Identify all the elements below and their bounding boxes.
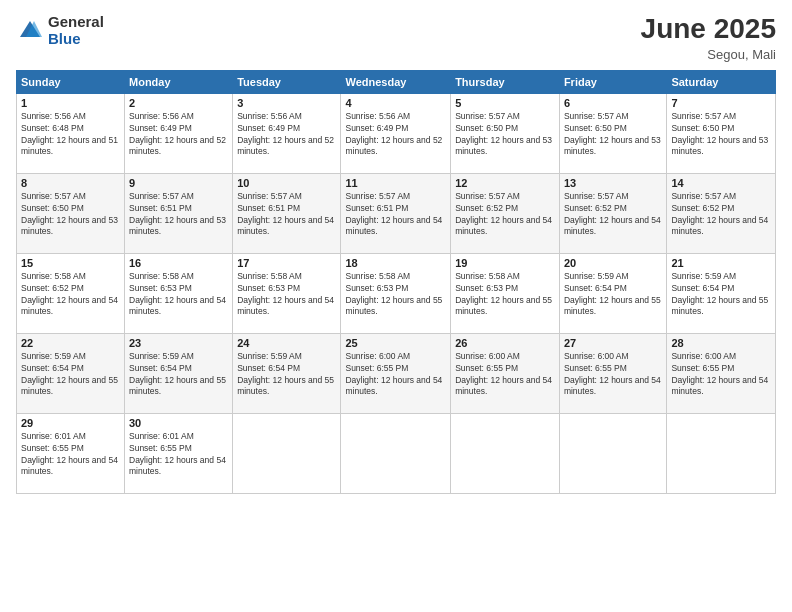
calendar-cell: 25 Sunrise: 6:00 AMSunset: 6:55 PMDaylig… (341, 333, 451, 413)
day-number: 25 (345, 337, 446, 349)
day-info: Sunrise: 5:57 AMSunset: 6:52 PMDaylight:… (455, 191, 555, 239)
day-number: 11 (345, 177, 446, 189)
day-number: 9 (129, 177, 228, 189)
header-friday: Friday (559, 70, 666, 93)
calendar-cell (451, 413, 560, 493)
day-number: 7 (671, 97, 771, 109)
day-info: Sunrise: 5:59 AMSunset: 6:54 PMDaylight:… (129, 351, 228, 399)
calendar-cell: 22 Sunrise: 5:59 AMSunset: 6:54 PMDaylig… (17, 333, 125, 413)
calendar-cell: 28 Sunrise: 6:00 AMSunset: 6:55 PMDaylig… (667, 333, 776, 413)
day-number: 18 (345, 257, 446, 269)
logo-blue: Blue (48, 31, 104, 48)
day-info: Sunrise: 5:59 AMSunset: 6:54 PMDaylight:… (21, 351, 120, 399)
calendar-cell: 8 Sunrise: 5:57 AMSunset: 6:50 PMDayligh… (17, 173, 125, 253)
calendar-week-4: 22 Sunrise: 5:59 AMSunset: 6:54 PMDaylig… (17, 333, 776, 413)
day-info: Sunrise: 5:59 AMSunset: 6:54 PMDaylight:… (671, 271, 771, 319)
calendar-week-3: 15 Sunrise: 5:58 AMSunset: 6:52 PMDaylig… (17, 253, 776, 333)
day-number: 5 (455, 97, 555, 109)
header-wednesday: Wednesday (341, 70, 451, 93)
calendar-cell: 27 Sunrise: 6:00 AMSunset: 6:55 PMDaylig… (559, 333, 666, 413)
header-thursday: Thursday (451, 70, 560, 93)
calendar-cell: 9 Sunrise: 5:57 AMSunset: 6:51 PMDayligh… (125, 173, 233, 253)
calendar-cell: 18 Sunrise: 5:58 AMSunset: 6:53 PMDaylig… (341, 253, 451, 333)
day-info: Sunrise: 5:57 AMSunset: 6:50 PMDaylight:… (21, 191, 120, 239)
calendar-cell: 30 Sunrise: 6:01 AMSunset: 6:55 PMDaylig… (125, 413, 233, 493)
day-info: Sunrise: 5:58 AMSunset: 6:52 PMDaylight:… (21, 271, 120, 319)
calendar-cell: 5 Sunrise: 5:57 AMSunset: 6:50 PMDayligh… (451, 93, 560, 173)
day-info: Sunrise: 5:57 AMSunset: 6:50 PMDaylight:… (455, 111, 555, 159)
day-info: Sunrise: 6:00 AMSunset: 6:55 PMDaylight:… (671, 351, 771, 399)
month-title: June 2025 (641, 14, 776, 45)
day-number: 1 (21, 97, 120, 109)
day-number: 2 (129, 97, 228, 109)
page: General Blue June 2025 Segou, Mali Sunda… (0, 0, 792, 612)
calendar-cell: 24 Sunrise: 5:59 AMSunset: 6:54 PMDaylig… (233, 333, 341, 413)
logo-general: General (48, 14, 104, 31)
day-info: Sunrise: 5:58 AMSunset: 6:53 PMDaylight:… (455, 271, 555, 319)
calendar-cell: 3 Sunrise: 5:56 AMSunset: 6:49 PMDayligh… (233, 93, 341, 173)
day-info: Sunrise: 5:57 AMSunset: 6:50 PMDaylight:… (564, 111, 662, 159)
day-number: 24 (237, 337, 336, 349)
calendar-cell: 26 Sunrise: 6:00 AMSunset: 6:55 PMDaylig… (451, 333, 560, 413)
day-number: 3 (237, 97, 336, 109)
day-number: 23 (129, 337, 228, 349)
day-number: 12 (455, 177, 555, 189)
calendar-cell: 15 Sunrise: 5:58 AMSunset: 6:52 PMDaylig… (17, 253, 125, 333)
calendar-cell: 16 Sunrise: 5:58 AMSunset: 6:53 PMDaylig… (125, 253, 233, 333)
day-info: Sunrise: 5:59 AMSunset: 6:54 PMDaylight:… (564, 271, 662, 319)
calendar-cell: 29 Sunrise: 6:01 AMSunset: 6:55 PMDaylig… (17, 413, 125, 493)
day-number: 6 (564, 97, 662, 109)
calendar-week-5: 29 Sunrise: 6:01 AMSunset: 6:55 PMDaylig… (17, 413, 776, 493)
day-info: Sunrise: 5:57 AMSunset: 6:52 PMDaylight:… (564, 191, 662, 239)
day-number: 13 (564, 177, 662, 189)
day-info: Sunrise: 5:58 AMSunset: 6:53 PMDaylight:… (345, 271, 446, 319)
day-number: 20 (564, 257, 662, 269)
calendar-cell: 12 Sunrise: 5:57 AMSunset: 6:52 PMDaylig… (451, 173, 560, 253)
logo-icon (16, 17, 44, 45)
calendar-cell (559, 413, 666, 493)
calendar-cell: 2 Sunrise: 5:56 AMSunset: 6:49 PMDayligh… (125, 93, 233, 173)
day-number: 29 (21, 417, 120, 429)
day-info: Sunrise: 6:00 AMSunset: 6:55 PMDaylight:… (455, 351, 555, 399)
day-number: 14 (671, 177, 771, 189)
day-info: Sunrise: 5:57 AMSunset: 6:50 PMDaylight:… (671, 111, 771, 159)
day-info: Sunrise: 5:57 AMSunset: 6:51 PMDaylight:… (345, 191, 446, 239)
calendar-cell: 19 Sunrise: 5:58 AMSunset: 6:53 PMDaylig… (451, 253, 560, 333)
calendar-cell: 7 Sunrise: 5:57 AMSunset: 6:50 PMDayligh… (667, 93, 776, 173)
calendar-cell: 14 Sunrise: 5:57 AMSunset: 6:52 PMDaylig… (667, 173, 776, 253)
day-number: 4 (345, 97, 446, 109)
calendar-cell: 23 Sunrise: 5:59 AMSunset: 6:54 PMDaylig… (125, 333, 233, 413)
day-info: Sunrise: 5:56 AMSunset: 6:48 PMDaylight:… (21, 111, 120, 159)
day-info: Sunrise: 5:57 AMSunset: 6:52 PMDaylight:… (671, 191, 771, 239)
calendar-cell: 4 Sunrise: 5:56 AMSunset: 6:49 PMDayligh… (341, 93, 451, 173)
day-info: Sunrise: 5:58 AMSunset: 6:53 PMDaylight:… (237, 271, 336, 319)
day-number: 27 (564, 337, 662, 349)
day-info: Sunrise: 5:57 AMSunset: 6:51 PMDaylight:… (237, 191, 336, 239)
calendar-week-2: 8 Sunrise: 5:57 AMSunset: 6:50 PMDayligh… (17, 173, 776, 253)
header-monday: Monday (125, 70, 233, 93)
day-info: Sunrise: 6:00 AMSunset: 6:55 PMDaylight:… (345, 351, 446, 399)
day-number: 17 (237, 257, 336, 269)
calendar-cell: 17 Sunrise: 5:58 AMSunset: 6:53 PMDaylig… (233, 253, 341, 333)
day-number: 26 (455, 337, 555, 349)
day-info: Sunrise: 6:00 AMSunset: 6:55 PMDaylight:… (564, 351, 662, 399)
calendar-cell: 10 Sunrise: 5:57 AMSunset: 6:51 PMDaylig… (233, 173, 341, 253)
calendar-cell: 13 Sunrise: 5:57 AMSunset: 6:52 PMDaylig… (559, 173, 666, 253)
calendar-cell: 1 Sunrise: 5:56 AMSunset: 6:48 PMDayligh… (17, 93, 125, 173)
logo: General Blue (16, 14, 104, 47)
calendar-cell (233, 413, 341, 493)
calendar-cell: 6 Sunrise: 5:57 AMSunset: 6:50 PMDayligh… (559, 93, 666, 173)
day-info: Sunrise: 6:01 AMSunset: 6:55 PMDaylight:… (21, 431, 120, 479)
location: Segou, Mali (641, 47, 776, 62)
day-info: Sunrise: 5:56 AMSunset: 6:49 PMDaylight:… (345, 111, 446, 159)
calendar-cell: 11 Sunrise: 5:57 AMSunset: 6:51 PMDaylig… (341, 173, 451, 253)
header-tuesday: Tuesday (233, 70, 341, 93)
day-number: 21 (671, 257, 771, 269)
calendar-cell: 21 Sunrise: 5:59 AMSunset: 6:54 PMDaylig… (667, 253, 776, 333)
calendar-cell (341, 413, 451, 493)
header-sunday: Sunday (17, 70, 125, 93)
day-info: Sunrise: 5:56 AMSunset: 6:49 PMDaylight:… (237, 111, 336, 159)
calendar-cell (667, 413, 776, 493)
day-number: 10 (237, 177, 336, 189)
header: General Blue June 2025 Segou, Mali (16, 14, 776, 62)
